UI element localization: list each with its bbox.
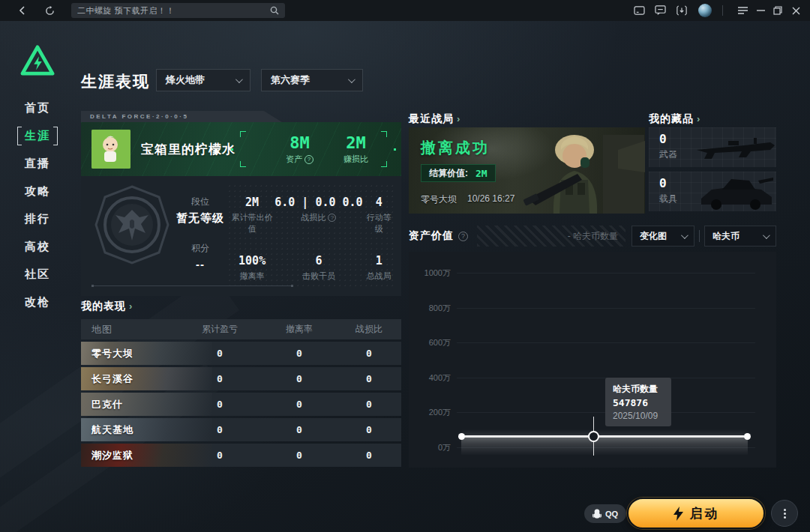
- weapons-label: 武器: [659, 148, 677, 161]
- app-window: 二中螺旋 预下载开启！！ 首页 生: [0, 0, 810, 532]
- stat-total-extracted: 2M 累计带出价值: [230, 196, 274, 235]
- y-tick: 200万: [409, 407, 451, 418]
- titlebar-divider: [722, 5, 723, 16]
- chart-legend: - 哈夫币数量: [568, 230, 618, 243]
- tooltip-title: 哈夫币数量: [613, 383, 664, 396]
- user-avatar[interactable]: [698, 4, 712, 17]
- recent-match-section-link[interactable]: 最近战局›: [409, 112, 460, 126]
- sidebar-item-ranking[interactable]: 排行: [0, 205, 75, 233]
- range-handle-left[interactable]: [458, 433, 465, 440]
- qq-penguin-icon: [592, 509, 602, 519]
- qq-login-button[interactable]: QQ: [584, 504, 626, 523]
- search-placeholder: 二中螺旋 预下载开启！！: [77, 5, 270, 16]
- season-dropdown-value: 第六赛季: [271, 73, 310, 87]
- search-input[interactable]: 二中螺旋 预下载开启！！: [71, 3, 285, 18]
- range-handle-right[interactable]: [744, 433, 751, 440]
- asset-value-header: 资产价值 ? - 哈夫币数量 变化图 哈夫币: [409, 225, 776, 247]
- hovered-point-handle[interactable]: [588, 431, 599, 442]
- stat-kd-ratio: 6.0 | 0.0 0.0 战损比?: [274, 196, 362, 235]
- player-summary-card: DELTA FORCE·2·0·0·5 宝箱里的柠檬水 8M 资产?: [81, 111, 401, 296]
- refresh-icon: [45, 6, 55, 16]
- close-icon: [792, 7, 800, 15]
- mode-dropdown-value: 烽火地带: [166, 73, 205, 87]
- stat-operators-defeated: 6 击败干员: [274, 254, 362, 282]
- info-icon[interactable]: ?: [304, 155, 314, 164]
- sidebar-item-community[interactable]: 社区: [0, 261, 75, 288]
- y-tick: 800万: [409, 303, 451, 314]
- y-tick: 1000万: [409, 267, 451, 279]
- recent-match-card[interactable]: 撤离成功 结算价值: 2M 零号大坝 10/26 16:27: [409, 127, 645, 214]
- tooltip-date: 2025/10/09: [613, 411, 664, 421]
- chevron-down-icon: [763, 232, 770, 239]
- page-title: 生涯表现: [81, 71, 150, 92]
- back-button[interactable]: [12, 0, 33, 21]
- table-header: 地图 累计盈亏 撤离率 战损比: [81, 319, 401, 339]
- chart-type-dropdown[interactable]: 变化图: [632, 226, 694, 247]
- series-area-fill: [461, 438, 748, 456]
- settlement-value: 2M: [476, 168, 488, 179]
- gridline: [457, 273, 755, 273]
- player-avatar-image: [92, 130, 130, 169]
- match-map: 零号大坝: [421, 193, 457, 206]
- chevron-right-icon: ›: [129, 300, 133, 312]
- sidebar-item-gunsmith[interactable]: 改枪: [0, 288, 75, 316]
- table-row[interactable]: 长弓溪谷 0 0 0: [81, 367, 401, 390]
- col-header-kd: 战损比: [337, 323, 401, 336]
- mode-dropdown[interactable]: 烽火地带: [156, 69, 250, 91]
- close-button[interactable]: [785, 0, 806, 21]
- table-row[interactable]: 航天基地 0 0 0: [81, 418, 401, 441]
- ratio-stat: 2M 赚损比: [344, 133, 368, 165]
- currency-dropdown[interactable]: 哈夫币: [704, 226, 776, 247]
- sidebar-item-guides[interactable]: 攻略: [0, 178, 75, 205]
- collection-vehicles-card[interactable]: 0 载具: [649, 172, 776, 211]
- hamburger-icon: [738, 7, 748, 14]
- refresh-button[interactable]: [39, 0, 60, 21]
- info-icon[interactable]: ?: [458, 232, 468, 241]
- app-logo-icon: [20, 45, 55, 76]
- player-avatar[interactable]: [92, 130, 130, 169]
- collections-section-link[interactable]: 我的藏品›: [649, 112, 700, 126]
- col-header-extract-rate: 撤离率: [262, 323, 337, 336]
- dropdown-divider: [699, 230, 700, 242]
- stat-extract-rate: 100% 撤离率: [230, 254, 274, 282]
- sidebar-item-campus[interactable]: 高校: [0, 233, 75, 261]
- chart-tooltip: 哈夫币数量 547876 2025/10/09: [605, 378, 671, 426]
- sidebar-item-live[interactable]: 直播: [0, 150, 75, 178]
- settlement-badge: 结算价值: 2M: [421, 164, 496, 182]
- gridline: [457, 308, 755, 309]
- info-icon[interactable]: ?: [328, 214, 336, 222]
- table-row[interactable]: 巴克什 0 0 0: [81, 393, 401, 416]
- player-name: 宝箱里的柠檬水: [141, 141, 236, 158]
- table-row[interactable]: 潮汐监狱 0 0 0: [81, 444, 401, 467]
- assets-stat: 8M 资产?: [286, 133, 314, 165]
- chevron-right-icon: ›: [697, 113, 700, 124]
- collection-weapons-card[interactable]: 0 武器: [649, 127, 776, 167]
- rank-emblem-icon: [93, 184, 171, 266]
- rank-label: 段位: [170, 196, 231, 208]
- download-icon: [676, 5, 688, 16]
- download-button[interactable]: [671, 0, 692, 21]
- search-icon[interactable]: [270, 6, 279, 15]
- activity-button[interactable]: [628, 0, 650, 21]
- sidebar-item-home[interactable]: 首页: [0, 94, 75, 122]
- asset-value-title: 资产价值: [409, 229, 454, 243]
- sidebar-item-career[interactable]: 生涯: [0, 122, 75, 150]
- series-line: [461, 435, 748, 438]
- decor-line: [93, 285, 292, 286]
- y-tick: 400万: [409, 372, 451, 384]
- performance-section-link[interactable]: 我的表现›: [81, 300, 133, 313]
- more-options-button[interactable]: [771, 500, 798, 527]
- y-tick: 600万: [409, 337, 451, 348]
- launch-button[interactable]: 启动: [627, 498, 765, 529]
- messages-button[interactable]: [650, 0, 670, 21]
- assets-label: 资产: [286, 154, 302, 165]
- season-dropdown[interactable]: 第六赛季: [261, 69, 363, 91]
- vehicles-count: 0: [659, 176, 667, 190]
- gridline: [457, 342, 755, 343]
- launch-label: 启动: [690, 505, 720, 522]
- table-row[interactable]: 零号大坝 0 0 0: [81, 342, 401, 365]
- match-result: 撤离成功: [421, 138, 490, 158]
- col-header-profit: 累计盈亏: [178, 323, 262, 336]
- rank-block: 段位 暂无等级 积分 --: [170, 196, 231, 270]
- legend-marker: -: [568, 231, 571, 241]
